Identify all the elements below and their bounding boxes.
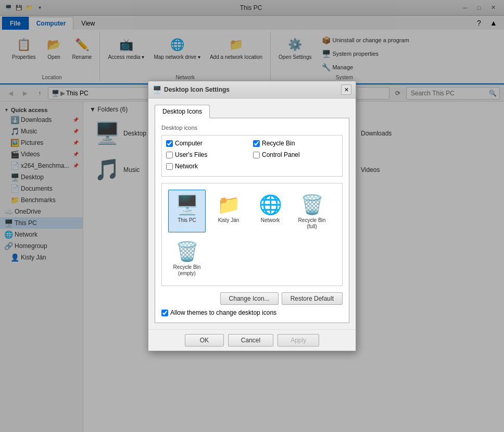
user-files-checkbox-label: User's Files [175,151,207,158]
recycle-bin-checkbox-label: Recycle Bin [262,140,295,147]
kisty-preview-label: Kisty Ján [218,217,240,224]
dialog-titlebar: 🖥️ Desktop Icon Settings ✕ [148,81,356,98]
recycle-bin-checkbox[interactable] [253,140,260,147]
network-preview-icon: 🌐 [258,192,283,217]
desktop-icons-checkboxes: Computer Recycle Bin User's Files C [161,135,343,177]
recycle-full-preview-label: Recycle Bin(full) [298,217,326,230]
icon-preview-recycle-full[interactable]: 🗑️ Recycle Bin(full) [293,190,331,232]
control-panel-checkbox[interactable] [253,152,260,158]
change-icon-button[interactable]: Change Icon... [220,292,279,305]
recycle-empty-preview-label: Recycle Bin(empty) [173,264,201,277]
dialog-title-text: Desktop Icon Settings [164,86,341,93]
control-panel-checkbox-row: Control Panel [253,151,338,158]
computer-checkbox[interactable] [166,140,173,147]
allow-themes-checkbox[interactable] [161,310,168,316]
dialog-tab-content: Desktop icons Computer Recycle Bin [155,118,349,323]
dialog-overlay: 🖥️ Desktop Icon Settings ✕ Desktop Icons… [0,0,504,432]
recycle-full-preview-icon: 🗑️ [299,192,324,217]
desktop-icons-tab[interactable]: Desktop Icons [155,105,210,118]
control-panel-checkbox-label: Control Panel [262,151,300,158]
user-files-checkbox[interactable] [166,152,173,158]
icon-preview-recycle-empty[interactable]: 🗑️ Recycle Bin(empty) [168,237,206,279]
cancel-button[interactable]: Cancel [228,334,273,347]
network-checkbox[interactable] [166,163,173,170]
allow-themes-label: Allow themes to change desktop icons [170,309,276,316]
icon-preview-area: 🖥️ This PC 📁 Kisty Ján 🌐 Network 🗑️ Recy… [161,183,343,286]
allow-themes-row: Allow themes to change desktop icons [161,309,343,316]
restore-default-button[interactable]: Restore Default [282,292,343,305]
dialog-title-icon: 🖥️ [153,85,161,94]
this-pc-preview-icon: 🖥️ [174,192,199,217]
icon-preview-this-pc[interactable]: 🖥️ This PC [168,190,206,232]
desktop-icons-section-label: Desktop icons [161,125,343,131]
dialog-footer: OK Cancel Apply [148,329,356,351]
user-files-checkbox-row: User's Files [166,151,251,158]
network-checkbox-row: Network [166,163,251,170]
network-preview-label: Network [261,217,280,224]
dialog-body: Desktop Icons Desktop icons Computer Rec… [148,98,356,329]
recycle-empty-preview-icon: 🗑️ [174,239,199,264]
kisty-preview-icon: 📁 [216,192,241,217]
ok-button[interactable]: OK [185,334,224,347]
recycle-bin-checkbox-row: Recycle Bin [253,140,338,147]
icon-preview-network[interactable]: 🌐 Network [251,190,289,232]
icon-action-buttons: Change Icon... Restore Default [161,292,343,305]
dialog-tab-row: Desktop Icons [155,105,349,118]
network-checkbox-label: Network [175,163,198,170]
computer-checkbox-row: Computer [166,140,251,147]
this-pc-preview-label: This PC [178,217,196,224]
computer-checkbox-label: Computer [175,140,203,147]
dialog-close-button[interactable]: ✕ [341,84,351,95]
icon-preview-kisty[interactable]: 📁 Kisty Ján [210,190,247,232]
desktop-icon-settings-dialog: 🖥️ Desktop Icon Settings ✕ Desktop Icons… [148,81,356,351]
apply-button[interactable]: Apply [278,334,319,347]
